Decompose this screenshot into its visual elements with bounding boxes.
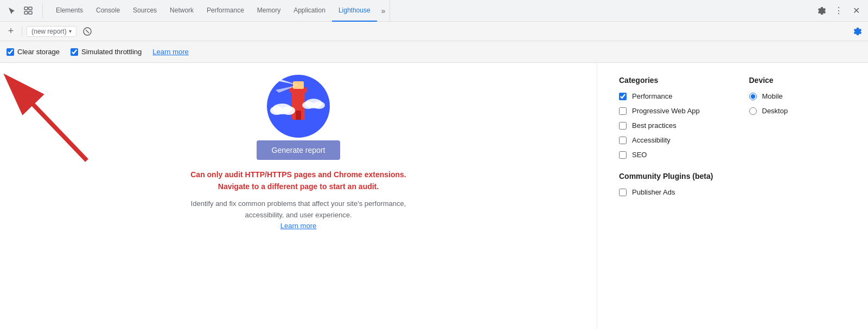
simulated-throttling-option[interactable]: Simulated throttling (71, 48, 142, 56)
report-selector[interactable]: (new report) ▾ (27, 26, 76, 37)
toolbar-divider (22, 26, 22, 37)
inspect-tool-icon[interactable] (21, 3, 36, 18)
svg-point-17 (282, 106, 295, 115)
right-columns: Categories Performance Progressive Web A… (619, 76, 846, 203)
svg-point-19 (302, 101, 314, 109)
arrow-annotation (0, 63, 136, 171)
cancel-report-button[interactable] (81, 25, 94, 38)
device-mobile[interactable]: Mobile (749, 92, 847, 100)
description-text: Identify and fix common problems that af… (190, 198, 407, 232)
device-section: Device Mobile Desktop (749, 76, 847, 203)
svg-rect-0 (24, 7, 28, 10)
category-accessibility[interactable]: Accessibility (619, 136, 717, 144)
settings-icon[interactable] (814, 3, 829, 18)
desktop-label: Desktop (762, 107, 788, 115)
community-section: Community Plugins (beta) Publisher Ads (619, 172, 717, 196)
main-learn-more-link[interactable]: Learn more (280, 222, 316, 230)
best-practices-label: Best practices (632, 121, 676, 130)
cursor-tool-icon[interactable] (4, 3, 20, 18)
error-line-1: Can only audit HTTP/HTTPS pages and Chro… (190, 169, 406, 180)
device-title: Device (749, 76, 847, 85)
best-practices-checkbox[interactable] (619, 122, 627, 130)
clear-storage-checkbox[interactable] (7, 48, 14, 56)
mobile-radio[interactable] (749, 93, 757, 100)
publisher-ads-checkbox[interactable] (619, 189, 627, 196)
mobile-label: Mobile (762, 92, 783, 100)
svg-line-7 (24, 95, 87, 160)
main-content: Generate report Can only audit HTTP/HTTP… (0, 63, 868, 329)
nav-tools (4, 3, 43, 18)
accessibility-checkbox[interactable] (619, 137, 627, 144)
performance-label: Performance (632, 92, 672, 100)
options-row: Clear storage Simulated throttling Learn… (0, 41, 868, 63)
categories-title: Categories (619, 76, 717, 85)
category-pwa[interactable]: Progressive Web App (619, 107, 717, 115)
left-panel: Generate report Can only audit HTTP/HTTP… (0, 63, 597, 329)
lighthouse-settings-icon[interactable] (851, 25, 864, 38)
tab-network[interactable]: Network (163, 0, 200, 22)
toolbar-row: + (new report) ▾ (0, 22, 868, 41)
tab-lighthouse[interactable]: Lighthouse (332, 0, 377, 22)
tab-sources[interactable]: Sources (126, 0, 163, 22)
report-selector-label: (new report) (31, 28, 67, 35)
categories-section: Categories Performance Progressive Web A… (619, 76, 717, 203)
tab-performance[interactable]: Performance (200, 0, 251, 22)
lighthouse-logo (266, 74, 331, 140)
category-performance[interactable]: Performance (619, 92, 717, 100)
nav-right-icons: ⋮ ✕ (814, 3, 864, 18)
svg-rect-10 (296, 111, 301, 120)
community-publisher-ads[interactable]: Publisher Ads (619, 188, 717, 196)
publisher-ads-label: Publisher Ads (632, 188, 675, 196)
svg-point-20 (313, 101, 325, 109)
performance-checkbox[interactable] (619, 93, 627, 100)
simulated-throttling-checkbox[interactable] (71, 48, 78, 56)
accessibility-label: Accessibility (632, 136, 671, 144)
dropdown-chevron-icon: ▾ (69, 28, 72, 34)
error-message: Can only audit HTTP/HTTPS pages and Chro… (190, 169, 406, 193)
right-panel: Categories Performance Progressive Web A… (597, 63, 868, 329)
svg-rect-1 (29, 7, 32, 10)
throttling-learn-more-link[interactable]: Learn more (152, 48, 188, 56)
simulated-throttling-label: Simulated throttling (81, 48, 142, 56)
tab-console[interactable]: Console (90, 0, 126, 22)
close-icon[interactable]: ✕ (848, 3, 864, 18)
pwa-label: Progressive Web App (632, 107, 700, 115)
svg-point-16 (270, 106, 283, 115)
devtools-nav: Elements Console Sources Network Perform… (0, 0, 868, 22)
tab-memory[interactable]: Memory (251, 0, 287, 22)
more-options-icon[interactable]: ⋮ (831, 3, 846, 18)
clear-storage-option[interactable]: Clear storage (7, 48, 60, 56)
error-line-2: Navigate to a different page to start an… (190, 180, 406, 192)
seo-label: SEO (632, 151, 647, 159)
category-best-practices[interactable]: Best practices (619, 121, 717, 130)
pwa-checkbox[interactable] (619, 107, 627, 115)
nav-overflow-button[interactable]: » (377, 0, 391, 22)
tab-elements[interactable]: Elements (49, 0, 90, 22)
device-desktop[interactable]: Desktop (749, 107, 847, 115)
svg-rect-3 (29, 11, 32, 14)
clear-storage-label: Clear storage (17, 48, 60, 56)
community-title: Community Plugins (beta) (619, 172, 717, 180)
svg-line-5 (86, 30, 89, 33)
description-body: Identify and fix common problems that af… (191, 199, 406, 219)
seo-checkbox[interactable] (619, 151, 627, 159)
tab-application[interactable]: Application (287, 0, 332, 22)
desktop-radio[interactable] (749, 107, 757, 115)
svg-rect-2 (24, 11, 28, 14)
add-report-button[interactable]: + (4, 25, 17, 38)
category-seo[interactable]: SEO (619, 151, 717, 159)
generate-report-button[interactable]: Generate report (257, 140, 341, 160)
nav-tabs: Elements Console Sources Network Perform… (49, 0, 814, 22)
